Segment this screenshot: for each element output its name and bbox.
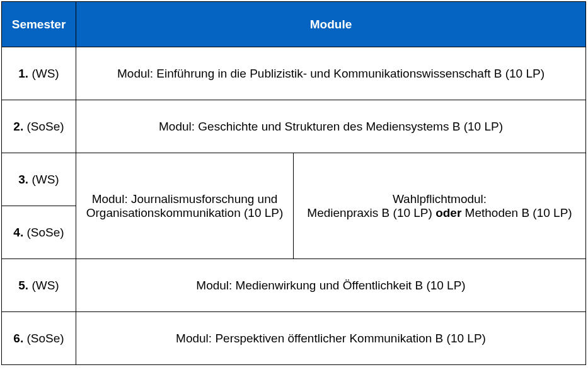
semester-number: 5. — [18, 279, 28, 292]
module-right-line2b: Methoden B (10 LP) — [461, 206, 572, 219]
semester-term: (WS) — [28, 67, 59, 80]
semester-cell: 1. (WS) — [2, 47, 76, 100]
semester-cell: 3. (WS) — [2, 153, 76, 206]
module-right-line1: Wahlpflichtmodul: — [393, 192, 487, 206]
semester-term: (WS) — [28, 173, 59, 186]
semester-cell: 5. (WS) — [2, 259, 76, 312]
semester-cell: 6. (SoSe) — [2, 312, 76, 365]
module-right-line2a: Medienpraxis B (10 LP) — [307, 206, 435, 219]
module-cell: Modul: Medienwirkung und Öffentlichkeit … — [76, 259, 586, 312]
table-row: 2. (SoSe) Modul: Geschichte und Struktur… — [2, 100, 586, 153]
semester-number: 3. — [18, 173, 28, 186]
module-right-cell: Wahlpflichtmodul: Medienpraxis B (10 LP)… — [294, 153, 586, 259]
module-cell: Modul: Perspektiven öffentlicher Kommuni… — [76, 312, 586, 365]
module-cell: Modul: Geschichte und Strukturen des Med… — [76, 100, 586, 153]
semester-number: 6. — [13, 332, 23, 345]
table-row: 5. (WS) Modul: Medienwirkung und Öffentl… — [2, 259, 586, 312]
module-left-cell: Modul: Journalismusforschung und Organis… — [76, 153, 294, 259]
semester-number: 1. — [18, 67, 28, 80]
header-row: Semester Module — [2, 2, 586, 47]
semester-number: 4. — [13, 226, 23, 239]
table-row: 6. (SoSe) Modul: Perspektiven öffentlich… — [2, 312, 586, 365]
semester-number: 2. — [13, 120, 23, 133]
header-module: Module — [76, 2, 586, 47]
module-plan-table: Semester Module 1. (WS) Modul: Einführun… — [1, 1, 586, 365]
module-cell: Modul: Einführung in die Publizistik- un… — [76, 47, 586, 100]
semester-term: (SoSe) — [23, 226, 64, 239]
semester-term: (SoSe) — [23, 332, 64, 345]
semester-cell: 4. (SoSe) — [2, 206, 76, 259]
header-semester: Semester — [2, 2, 76, 47]
module-right-bold: oder — [435, 206, 461, 219]
semester-cell: 2. (SoSe) — [2, 100, 76, 153]
semester-term: (WS) — [28, 279, 59, 292]
semester-term: (SoSe) — [23, 120, 64, 133]
table-row: 3. (WS) Modul: Journalismusforschung und… — [2, 153, 586, 206]
table-row: 1. (WS) Modul: Einführung in die Publizi… — [2, 47, 586, 100]
